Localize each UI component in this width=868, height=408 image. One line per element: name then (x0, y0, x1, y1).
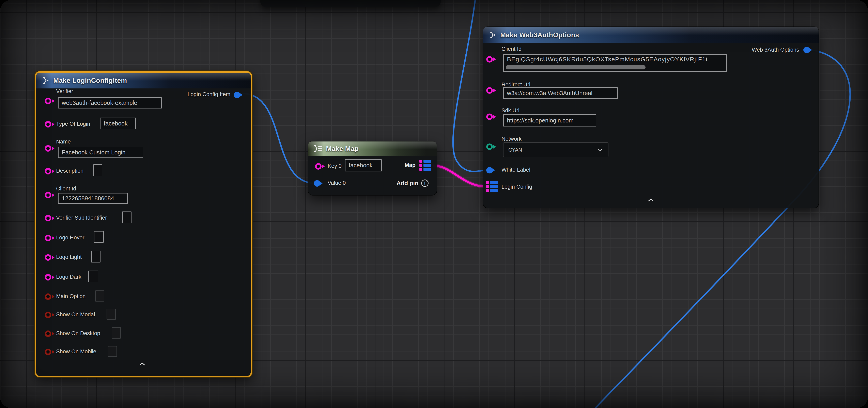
show-on-desktop-checkbox[interactable] (112, 327, 121, 339)
network-dropdown[interactable]: CYAN (503, 142, 609, 157)
add-pin-button[interactable]: Add pin + (397, 179, 429, 187)
logo-hover-input[interactable] (94, 231, 104, 243)
redirect-url-label: Redirect Url (501, 81, 530, 88)
logo-light-input[interactable] (91, 251, 100, 263)
node-header[interactable]: Make LoginConfigItem (36, 73, 251, 89)
dropdown-chevron-icon (597, 148, 603, 151)
key0-label: Key 0 (328, 163, 342, 169)
description-input[interactable] (93, 164, 102, 176)
collapse-chevron-icon[interactable] (139, 363, 145, 366)
sdk-url-label: Sdk Url (501, 107, 520, 114)
white-label-label: White Label (501, 167, 530, 173)
node-header[interactable]: Make Map (308, 141, 437, 156)
name-label: Name (56, 139, 71, 145)
value0-label: Value 0 (328, 180, 346, 186)
main-option-pin[interactable] (45, 294, 51, 300)
client-id-pin[interactable] (486, 56, 493, 63)
main-option-label: Main Option (56, 293, 86, 300)
key0-pin[interactable] (315, 163, 321, 170)
offscreen-node-bottom-edge[interactable] (260, 0, 441, 7)
client-id-value: BEglQSgt4cUWcj6SKRdu5QkOXTsePmMcusG5EAoy… (507, 56, 708, 63)
node-make-loginconfigitem[interactable]: Make LoginConfigItem Login Config Item V… (35, 71, 252, 377)
verifier-sub-identifier-label: Verifier Sub Identifier (56, 215, 107, 221)
show-on-desktop-pin[interactable] (45, 331, 51, 337)
show-on-modal-checkbox[interactable] (106, 309, 116, 320)
make-struct-icon (489, 32, 497, 38)
show-on-desktop-label: Show On Desktop (56, 330, 100, 337)
logo-hover-label: Logo Hover (56, 235, 85, 241)
make-struct-icon (41, 77, 50, 84)
wire-login-config-item-to-value0 (243, 94, 316, 183)
type-of-login-input[interactable]: facebook (100, 117, 136, 129)
redirect-url-pin[interactable] (486, 87, 493, 94)
show-on-mobile-label: Show On Mobile (56, 348, 96, 355)
client-id-pin[interactable] (45, 192, 51, 198)
verifier-pin[interactable] (45, 98, 51, 104)
name-input[interactable]: Facebook Custom Login (58, 147, 143, 158)
login-config-item-output-label: Login Config Item (187, 91, 230, 98)
client-id-input[interactable]: 1222658941886084 (58, 193, 128, 204)
type-of-login-label: Type Of Login (56, 121, 90, 127)
login-config-pin[interactable] (486, 181, 498, 192)
login-config-item-output-pin[interactable] (234, 92, 240, 98)
verifier-label: Verifier (56, 88, 73, 95)
logo-dark-input[interactable] (88, 271, 98, 282)
client-id-label: Client Id (501, 46, 522, 52)
description-pin[interactable] (45, 168, 51, 174)
description-label: Description (56, 168, 84, 174)
wire-top-to-white-label (453, 0, 486, 171)
client-id-scrollbar[interactable] (506, 65, 646, 69)
network-pin[interactable] (486, 143, 493, 150)
login-config-label: Login Config (501, 184, 532, 190)
node-title: Make LoginConfigItem (53, 77, 127, 84)
network-label: Network (501, 136, 522, 142)
logo-dark-label: Logo Dark (56, 274, 82, 280)
show-on-mobile-checkbox[interactable] (108, 346, 117, 357)
main-option-checkbox[interactable] (95, 291, 104, 302)
verifier-sub-identifier-pin[interactable] (45, 215, 51, 222)
wire-map-to-login-config-glow (434, 166, 486, 186)
verifier-sub-identifier-input[interactable] (122, 211, 131, 223)
client-id-input[interactable]: BEglQSgt4cUWcj6SKRdu5QkOXTsePmMcusG5EAoy… (503, 54, 727, 72)
blueprint-graph-canvas[interactable]: Make LoginConfigItem Login Config Item V… (0, 0, 868, 408)
web3auth-options-output-label: Web 3Auth Options (752, 47, 799, 53)
logo-light-label: Logo Light (56, 254, 82, 260)
collapse-chevron-icon[interactable] (648, 199, 654, 202)
client-id-label: Client Id (56, 185, 76, 192)
node-make-map[interactable]: Make Map Key 0 facebook Map Value 0 Add … (308, 141, 437, 196)
value0-pin[interactable] (314, 180, 320, 186)
logo-dark-pin[interactable] (45, 274, 51, 280)
logo-hover-pin[interactable] (45, 235, 51, 241)
node-title: Make Map (326, 145, 359, 152)
name-pin[interactable] (45, 145, 51, 151)
white-label-pin[interactable] (486, 167, 493, 173)
verifier-input[interactable]: web3auth-facebook-example (58, 97, 162, 108)
network-selected-value: CYAN (508, 147, 522, 153)
sdk-url-pin[interactable] (486, 113, 493, 120)
node-title: Make Web3AuthOptions (500, 31, 579, 39)
add-pin-icon: + (421, 179, 429, 187)
show-on-modal-pin[interactable] (45, 312, 51, 318)
make-map-icon (313, 145, 322, 152)
type-of-login-pin[interactable] (45, 121, 51, 128)
redirect-url-input[interactable]: w3a://com.w3a.Web3AuthUnreal (503, 87, 618, 99)
map-output-pin[interactable] (420, 160, 431, 171)
node-header[interactable]: Make Web3AuthOptions (483, 27, 818, 43)
node-make-web3authoptions[interactable]: Make Web3AuthOptions Web 3Auth Options C… (483, 27, 819, 208)
key0-input[interactable]: facebook (345, 159, 382, 171)
logo-light-pin[interactable] (45, 254, 51, 261)
show-on-modal-label: Show On Modal (56, 311, 95, 318)
show-on-mobile-pin[interactable] (45, 349, 51, 355)
add-pin-label: Add pin (397, 180, 418, 186)
web3auth-options-output-pin[interactable] (803, 47, 810, 53)
sdk-url-input[interactable]: https://sdk.openlogin.com (503, 114, 596, 127)
map-output-label: Map (405, 162, 415, 168)
